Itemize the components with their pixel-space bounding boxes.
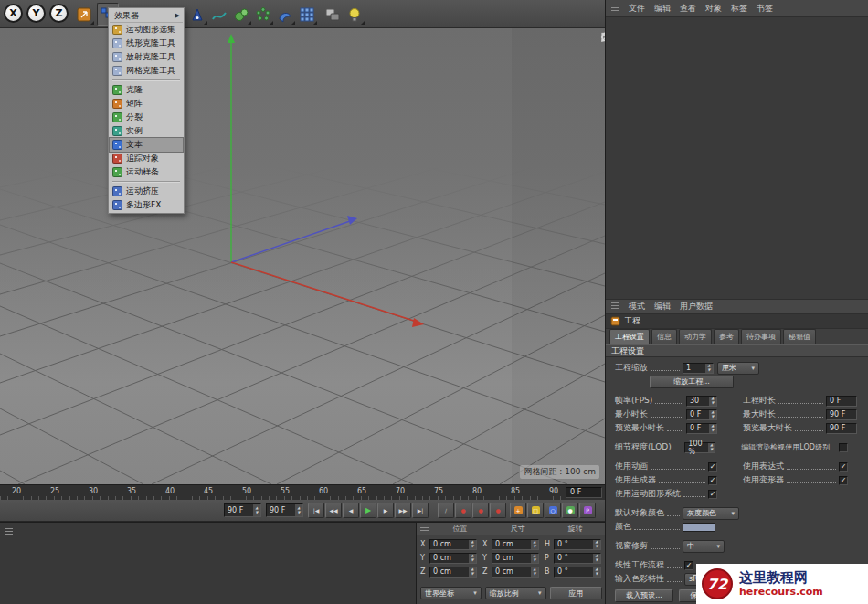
attribute-object-row[interactable]: 工程	[606, 314, 868, 329]
tab-3[interactable]: 参考	[714, 329, 739, 344]
matrix-grid-button[interactable]	[296, 3, 318, 26]
stepper-icon[interactable]: ▲▼	[295, 504, 302, 516]
record-pla-button[interactable]: P	[579, 503, 596, 518]
stepper-icon[interactable]: ▲▼	[531, 567, 538, 577]
linear-workflow-checkbox[interactable]	[684, 561, 693, 570]
coordinate-field[interactable]: 0 °▲▼	[554, 567, 601, 578]
om-menu-2[interactable]: 查看	[680, 3, 696, 15]
current-frame-field[interactable]: 0 F	[566, 487, 602, 498]
stepper-icon[interactable]: ▲▼	[593, 540, 600, 549]
record-position-button[interactable]: +	[510, 503, 526, 518]
fps-field[interactable]: 30▲▼	[686, 396, 717, 407]
metaball-button[interactable]	[230, 3, 252, 26]
menu-item-2[interactable]: 放射克隆工具	[110, 50, 183, 64]
panel-grip-icon[interactable]	[5, 528, 13, 536]
viewport-3d[interactable]: 网格间距 : 100 cm	[0, 28, 605, 484]
om-menu-1[interactable]: 编辑	[654, 3, 671, 15]
om-menu-3[interactable]: 对象	[705, 3, 722, 15]
menu-item-12[interactable]: 多边形FX	[110, 198, 183, 212]
record-options-button[interactable]: ●	[490, 503, 506, 518]
coordinate-field[interactable]: 0 cm▲▼	[429, 539, 477, 550]
menu-item-7[interactable]: 实例	[110, 124, 183, 138]
pen-tool-button[interactable]	[186, 3, 208, 26]
om-menu-0[interactable]: 文件	[629, 3, 645, 15]
tab-1[interactable]: 信息	[651, 329, 677, 344]
array-button[interactable]	[252, 3, 274, 26]
record-parameter-button[interactable]: ●	[562, 503, 578, 518]
coordinate-field[interactable]: 0 cm▲▼	[492, 539, 539, 550]
axis-z-button[interactable]: Z	[49, 4, 69, 23]
min-time-field[interactable]: 0 F▲▼	[686, 409, 717, 420]
stepper-icon[interactable]: ▲▼	[593, 554, 600, 563]
scale-project-button[interactable]: 缩放工程...	[650, 376, 734, 388]
material-manager[interactable]	[0, 522, 416, 604]
preview-max-field[interactable]: 90 F	[826, 423, 857, 434]
menu-item-4[interactable]: 克隆	[110, 83, 183, 97]
panel-grip-icon[interactable]	[611, 302, 619, 311]
stepper-icon[interactable]: ▲▼	[709, 410, 716, 419]
project-scale-field[interactable]: 1 ▲▼	[683, 363, 714, 374]
coordinate-field[interactable]: 0 °▲▼	[554, 553, 601, 564]
prev-key-button[interactable]: ◀◀	[325, 503, 342, 518]
goto-end-button[interactable]: ▶|	[412, 503, 429, 518]
apply-button[interactable]: 应用	[550, 587, 602, 599]
timeline-ruler[interactable]: 202530354045505560657075808590 0 F	[0, 484, 605, 500]
use-animation-checkbox[interactable]	[708, 462, 717, 472]
range-start-field[interactable]: 90 F ▲▼	[224, 503, 261, 517]
project-length-field[interactable]: 0 F	[826, 396, 857, 407]
range-end-field[interactable]: 90 F ▲▼	[266, 503, 303, 517]
coordinate-field[interactable]: 0 °▲▼	[554, 539, 601, 550]
stepper-icon[interactable]: ▲▼	[593, 567, 600, 577]
menu-item-0[interactable]: 运动图形选集	[110, 23, 183, 37]
coordinate-field[interactable]: 0 cm▲▼	[429, 553, 477, 564]
color-swatch[interactable]	[683, 523, 715, 532]
record-rotation-button[interactable]: ○	[545, 503, 561, 518]
am-menu-2[interactable]: 用户数据	[680, 301, 713, 313]
menu-item-1[interactable]: 线形克隆工具	[110, 37, 183, 50]
preview-min-field[interactable]: 0 F▲▼	[686, 423, 717, 434]
use-mograph-checkbox[interactable]	[708, 490, 717, 499]
stepper-icon[interactable]: ▲▼	[531, 540, 538, 549]
lod-editor-checkbox[interactable]	[839, 443, 848, 452]
display-button[interactable]	[322, 3, 344, 26]
use-generators-checkbox[interactable]	[708, 476, 717, 485]
view-clipping-dropdown[interactable]: 中 ▾	[683, 540, 725, 553]
coordinate-field[interactable]: 0 cm▲▼	[429, 567, 477, 578]
default-color-dropdown[interactable]: 灰度颜色 ▾	[683, 507, 739, 520]
axis-x-button[interactable]: X	[4, 4, 23, 23]
stepper-icon[interactable]: ▲▼	[253, 504, 260, 516]
coordinate-field[interactable]: 0 cm▲▼	[492, 553, 539, 564]
panel-grip-icon[interactable]	[420, 525, 429, 533]
menu-item-effector[interactable]: 效果器 ▶	[110, 9, 183, 23]
menu-item-11[interactable]: 运动挤压	[110, 185, 183, 198]
am-menu-1[interactable]: 编辑	[654, 301, 671, 313]
goto-start-button[interactable]: |◀	[308, 503, 324, 518]
stepper-icon[interactable]: ▲▼	[469, 540, 476, 549]
size-mode-dropdown[interactable]: 缩放比例 ▾	[485, 587, 546, 599]
coordinate-system-button[interactable]	[73, 3, 95, 26]
stepper-icon[interactable]: ▲▼	[705, 364, 713, 373]
menu-item-9[interactable]: 追踪对象	[110, 152, 183, 165]
menu-item-3[interactable]: 网格克隆工具	[110, 64, 183, 78]
load-preset-button[interactable]: 载入预设...	[615, 589, 673, 602]
menu-item-10[interactable]: 运动样条	[110, 165, 183, 179]
tab-2[interactable]: 动力学	[679, 329, 712, 344]
am-menu-0[interactable]: 模式	[629, 301, 645, 313]
tab-4[interactable]: 待办事项	[741, 329, 781, 344]
prev-frame-button[interactable]: ◀	[343, 503, 359, 518]
axis-y-button[interactable]: Y	[26, 4, 46, 23]
menu-item-6[interactable]: 分裂	[110, 111, 183, 124]
stepper-icon[interactable]: ▲▼	[531, 554, 538, 563]
stepper-icon[interactable]: ▲▼	[709, 397, 716, 406]
object-manager-list[interactable]	[606, 17, 868, 300]
stepper-icon[interactable]: ▲▼	[469, 554, 476, 563]
record-scale-button[interactable]: □	[527, 503, 544, 518]
next-frame-button[interactable]: ▶	[377, 503, 394, 518]
coordinate-mode-dropdown[interactable]: 世界坐标 ▾	[420, 587, 482, 599]
stepper-icon[interactable]: ▲▼	[709, 424, 716, 433]
keyframe-selection-button[interactable]: ●	[472, 503, 489, 518]
tab-0[interactable]: 工程设置	[609, 329, 650, 344]
play-button[interactable]: ▶	[360, 503, 376, 518]
coordinate-field[interactable]: 0 cm▲▼	[492, 567, 539, 578]
use-deformers-checkbox[interactable]	[839, 476, 848, 485]
